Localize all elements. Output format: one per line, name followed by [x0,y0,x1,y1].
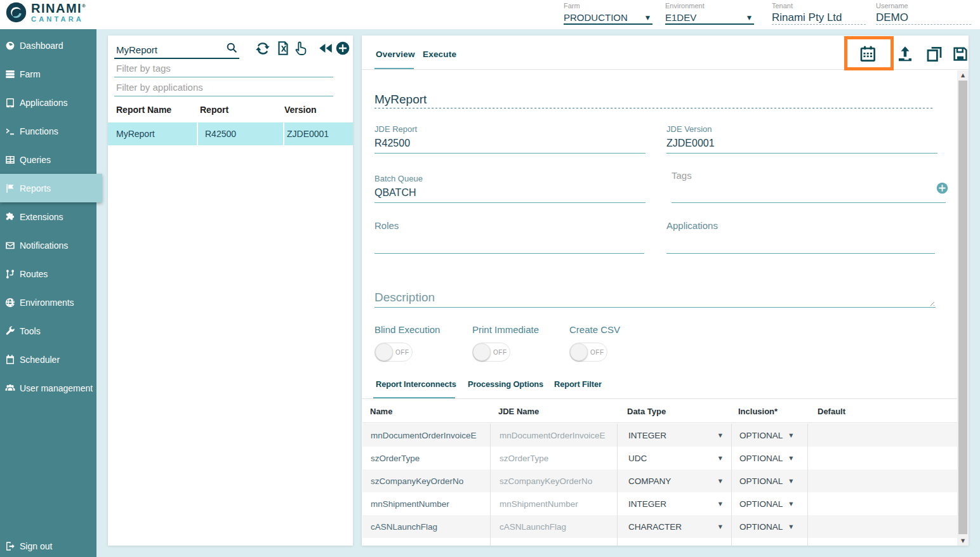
rewind-icon[interactable] [317,40,334,56]
logo-mark-icon [5,1,27,23]
ic-row-cASNLaunchFlag[interactable]: cASNLaunchFlagcASNLaunchFlagCHARACTER▼OP… [362,515,957,538]
ic-data-type-select[interactable]: CHARACTER▼ [617,515,731,538]
logo[interactable]: RINAMI® CANTARA [5,1,87,23]
top-header: RINAMI® CANTARA Farm PRODUCTION▼ Environ… [0,0,980,29]
ic-data-type-select[interactable]: COMPANY▼ [617,469,731,492]
scroll-down-arrow[interactable]: ▼ [957,538,969,544]
sidebar-item-routes[interactable]: Routes [0,259,96,288]
resize-handle[interactable] [929,300,934,306]
header-field-farm-label: Farm [564,2,652,10]
subtab-report-filter[interactable]: Report Filter [554,379,602,389]
ic-col-header-inclusion: Inclusion* [738,407,778,416]
header-field-farm-value[interactable]: PRODUCTION▼ [564,11,652,25]
ic-data-type-select[interactable]: UDC▼ [617,447,731,469]
sidebar-item-environments[interactable]: Environments [0,288,96,317]
sidebar-item-notifications[interactable]: Notifications [0,231,96,259]
ic-cell-default [807,538,958,546]
ic-row-szOrderType[interactable]: szOrderTypeszOrderTypeUDC▼OPTIONAL▼ [362,447,957,469]
ic-cell-jde-name: mnDocumentOrderInvoiceE [490,424,617,447]
ic-inclusion-select[interactable]: OPTIONAL▼ [731,492,807,515]
ic-cell-default [807,492,958,515]
hand-pointer-icon[interactable] [293,40,309,56]
sidebar-item-reports[interactable]: Reports [0,174,102,202]
copy-icon[interactable] [925,44,944,63]
dropdown-arrow-icon: ▼ [718,501,731,507]
subtab-processing-options[interactable]: Processing Options [468,379,543,389]
ic-col-header-jde-name: JDE Name [498,407,539,416]
ic-inclusion-select[interactable]: OPTIONAL▼ [731,447,807,469]
ic-row-mnDocumentOrderInvoiceE[interactable]: mnDocumentOrderInvoiceEmnDocumentOrderIn… [362,424,957,447]
batch-queue-value[interactable]: QBATCH [374,187,416,199]
ic-data-type-select[interactable]: INTEGER▼ [617,424,731,447]
sidebar-item-tools[interactable]: Tools [0,317,96,345]
scrollbar-thumb[interactable] [958,81,967,534]
report-name-field[interactable]: MyReport [374,93,427,107]
subtab-report-interconnects[interactable]: Report Interconnects [376,379,456,389]
sidebar-item-farm[interactable]: Farm [0,60,96,88]
header-field-tenant-value[interactable]: Rinami Pty Ltd [772,11,866,25]
ic-cell-jde-name: mnShipmentNumber [490,492,617,515]
ic-data-type-select[interactable]: STRING▼ [617,538,731,546]
sidebar-item-functions[interactable]: Functions [0,117,96,145]
extensions-icon [4,211,16,223]
sidebar-item-user-management[interactable]: User management [0,374,96,402]
ic-row-R47002Version[interactable]: R47002VersionR47002VersionSTRING▼OPTIONA… [362,538,957,546]
header-field-environment-value[interactable]: E1DEV▼ [665,11,754,25]
user-management-icon [4,383,16,394]
ic-cell-name: mnDocumentOrderInvoiceE [363,424,490,447]
sidebar-item-scheduler[interactable]: Scheduler [0,345,96,374]
tab-execute[interactable]: Execute [423,49,456,59]
dropdown-arrow-icon: ▼ [718,524,731,530]
toggle-label-print-immediate: Print Immediate [472,324,539,335]
add-icon[interactable] [334,40,351,56]
sidebar-item-sign-out[interactable]: Sign out [0,532,96,557]
report-search-input[interactable]: MyReport [116,44,157,55]
dropdown-arrow-icon: ▼ [789,478,793,484]
batch-queue-label: Batch Queue [374,174,423,183]
sidebar-item-dashboard[interactable]: Dashboard [0,31,96,60]
ic-inclusion-select[interactable]: OPTIONAL▼ [731,515,807,538]
ic-cell-default [807,515,958,538]
ic-cell-name: szOrderType [363,447,490,469]
ic-data-type-select[interactable]: INTEGER▼ [617,492,731,515]
logo-registered-mark: ® [82,3,86,9]
tab-overview[interactable]: Overview [376,49,415,59]
upload-icon[interactable] [896,44,915,63]
search-icon[interactable] [225,41,239,55]
save-icon[interactable] [951,44,969,63]
header-field-username-value[interactable]: DEMO [876,11,971,25]
jde-version-value[interactable]: ZJDE0001 [666,138,715,149]
filter-by-tags-input[interactable]: Filter by tags [116,63,171,74]
ic-row-szCompanyKeyOrderNo[interactable]: szCompanyKeyOrderNoszCompanyKeyOrderNoCO… [362,469,957,492]
toggle-blind-execution[interactable]: OFF [374,343,413,362]
jde-version-label: JDE Version [666,124,712,134]
ic-row-mnShipmentNumber[interactable]: mnShipmentNumbermnShipmentNumberINTEGER▼… [362,492,957,515]
sidebar-item-applications[interactable]: Applications [0,88,96,117]
header-field-environment-label: Environment [665,2,754,10]
description-input[interactable]: Description [374,291,435,305]
ic-inclusion-select[interactable]: OPTIONAL▼ [731,538,807,546]
add-tag-icon[interactable] [936,182,948,194]
jde-report-value[interactable]: R42500 [374,138,410,149]
vertical-scrollbar[interactable]: ▲ ▼ [957,70,969,546]
ic-cell-jde-name: szOrderType [490,447,617,469]
scroll-up-arrow[interactable]: ▲ [957,72,969,78]
dropdown-arrow-icon: ▼ [718,455,731,461]
excel-export-icon[interactable] [275,40,291,56]
dropdown-arrow-icon: ▼ [718,433,731,438]
report-list-row-selected[interactable]: MyReport R42500 ZJDE0001 [108,122,353,145]
filter-by-applications-input[interactable]: Filter by applications [116,82,203,93]
ic-cell-jde-name: cASNLaunchFlag [490,515,617,538]
sidebar-item-extensions[interactable]: Extensions [0,202,96,231]
toggle-create-csv[interactable]: OFF [569,343,607,362]
sidebar-item-queries[interactable]: Queries [0,145,96,174]
refresh-icon[interactable] [255,40,271,56]
tags-input[interactable]: Tags [672,170,692,181]
ic-inclusion-select[interactable]: OPTIONAL▼ [731,469,807,492]
farm-icon [4,69,16,80]
toggle-print-immediate[interactable]: OFF [472,343,510,362]
dropdown-arrow-icon: ▼ [789,455,793,461]
search-underline [114,58,239,59]
dropdown-arrow-icon: ▼ [646,15,652,21]
ic-inclusion-select[interactable]: OPTIONAL▼ [731,424,807,447]
